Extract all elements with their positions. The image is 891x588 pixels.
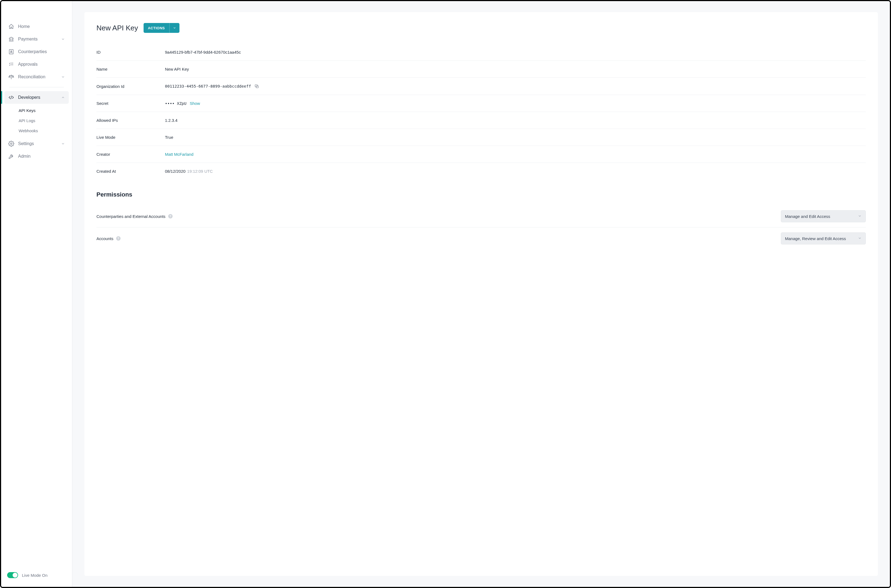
created-date: 08/12/2020 (165, 169, 185, 174)
row-creator: Creator Matt McFarland (96, 146, 866, 163)
bank-icon (8, 36, 14, 42)
chevron-down-icon (858, 214, 862, 219)
svg-point-1 (11, 51, 12, 52)
sidebar-item-home[interactable]: Home (5, 20, 69, 33)
perm-select-accounts[interactable]: Manage, Review and Edit Access (781, 232, 866, 244)
value-name: New API Key (165, 67, 866, 72)
sidebar-item-label: Admin (18, 154, 65, 159)
gear-icon (8, 141, 14, 147)
row-id: ID 9a445129-bfb7-47bf-9dd4-62670c1aa45c (96, 44, 866, 61)
chevron-down-icon (61, 142, 65, 146)
created-time: 19:12:09 UTC (187, 169, 212, 174)
value-organization-id: 00112233-4455-6677-8899-aabbccddeeff (165, 84, 866, 89)
live-mode-footer: Live Mode On (1, 566, 72, 587)
actions-button-label: ACTIONS (144, 26, 169, 30)
sidebar-item-settings[interactable]: Settings (5, 137, 69, 150)
perm-select-value: Manage, Review and Edit Access (785, 236, 846, 241)
main: New API Key ACTIONS ID 9a445129-bfb7-47b… (72, 1, 890, 587)
label-organization-id: Organization Id (96, 84, 165, 89)
sidebar-item-counterparties[interactable]: Counterparties (5, 45, 69, 58)
checklist-icon (8, 62, 14, 68)
perm-select-value: Manage and Edit Access (785, 214, 830, 219)
sidebar-item-reconciliation[interactable]: Reconciliation (5, 70, 69, 83)
label-id: ID (96, 50, 165, 54)
actions-button[interactable]: ACTIONS (144, 23, 179, 33)
scale-icon (8, 74, 14, 80)
contact-icon (8, 49, 14, 55)
row-live-mode: Live Mode True (96, 129, 866, 146)
perm-row-accounts: Accounts ? Manage, Review and Edit Acces… (96, 228, 866, 249)
secret-masked: •••• XZpU (165, 101, 187, 106)
svg-point-3 (11, 143, 12, 144)
home-icon (8, 24, 14, 30)
sidebar-item-label: Developers (18, 95, 57, 100)
subnav-webhooks[interactable]: Webhooks (19, 126, 69, 136)
row-created-at: Created At 08/12/2020 19:12:09 UTC (96, 163, 866, 180)
live-mode-toggle[interactable] (7, 572, 18, 578)
label-name: Name (96, 67, 165, 72)
sidebar-item-label: Counterparties (18, 49, 65, 54)
wrench-icon (8, 153, 14, 159)
copy-icon[interactable] (254, 84, 259, 89)
row-allowed-ips: Allowed IPs 1.2.3.4 (96, 112, 866, 129)
sidebar-item-payments[interactable]: Payments (5, 33, 69, 45)
perm-row-counterparties: Counterparties and External Accounts ? M… (96, 205, 866, 228)
label-created-at: Created At (96, 169, 165, 174)
code-icon (8, 94, 14, 100)
sidebar-item-approvals[interactable]: Approvals (5, 58, 69, 70)
sidebar-item-label: Approvals (18, 62, 65, 67)
svg-line-2 (11, 96, 12, 99)
sidebar-item-label: Reconciliation (18, 75, 57, 80)
chevron-up-icon (61, 96, 65, 99)
page-title: New API Key (96, 24, 138, 32)
label-allowed-ips: Allowed IPs (96, 118, 165, 123)
value-secret: •••• XZpU Show (165, 101, 866, 106)
value-live-mode: True (165, 135, 866, 140)
row-name: Name New API Key (96, 61, 866, 78)
row-secret: Secret •••• XZpU Show (96, 95, 866, 112)
sidebar-item-label: Settings (18, 141, 57, 146)
subnav-api-keys[interactable]: API Keys (19, 105, 69, 116)
row-organization-id: Organization Id 00112233-4455-6677-8899-… (96, 78, 866, 95)
org-id-text: 00112233-4455-6677-8899-aabbccddeeff (165, 84, 251, 88)
perm-select-counterparties[interactable]: Manage and Edit Access (781, 210, 866, 222)
sidebar: Home Payments Counterparties (1, 1, 72, 587)
value-created-at: 08/12/2020 19:12:09 UTC (165, 169, 866, 174)
live-mode-label: Live Mode On (22, 573, 47, 578)
chevron-down-icon (61, 37, 65, 41)
chevron-down-icon (858, 236, 862, 241)
value-id: 9a445129-bfb7-47bf-9dd4-62670c1aa45c (165, 50, 866, 54)
divider (9, 87, 64, 87)
value-allowed-ips: 1.2.3.4 (165, 118, 866, 123)
label-creator: Creator (96, 152, 165, 157)
content-card: New API Key ACTIONS ID 9a445129-bfb7-47b… (84, 12, 878, 576)
developers-subnav: API Keys API Logs Webhooks (5, 104, 69, 137)
sidebar-item-admin[interactable]: Admin (5, 150, 69, 163)
sidebar-item-label: Home (18, 24, 65, 29)
show-secret-link[interactable]: Show (190, 101, 200, 106)
chevron-down-icon (61, 75, 65, 79)
label-secret: Secret (96, 101, 165, 106)
help-icon[interactable]: ? (116, 236, 120, 241)
creator-link[interactable]: Matt McFarland (165, 152, 193, 157)
sidebar-item-developers[interactable]: Developers (5, 91, 69, 104)
subnav-api-logs[interactable]: API Logs (19, 116, 69, 126)
label-live-mode: Live Mode (96, 135, 165, 140)
sidebar-item-label: Payments (18, 37, 57, 42)
permissions-title: Permissions (96, 191, 866, 198)
perm-label: Accounts (96, 236, 113, 241)
chevron-down-icon (169, 23, 179, 33)
help-icon[interactable]: ? (168, 214, 173, 219)
perm-label: Counterparties and External Accounts (96, 214, 166, 219)
